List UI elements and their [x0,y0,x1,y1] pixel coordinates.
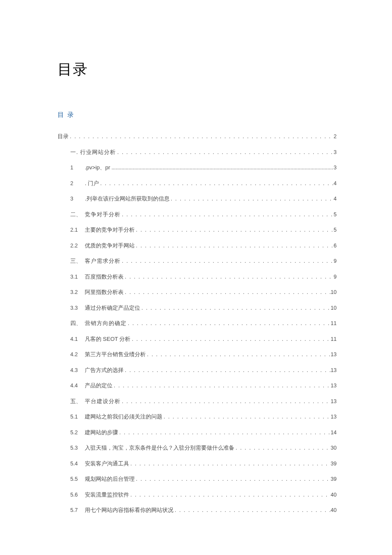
toc-entry: 4.1凡客的 SEOT 分析. . . . . . . . . . . . . … [70,335,337,343]
toc-entry-text: 安装客户沟通工具 [85,460,129,468]
toc-leader-dots: ........................................… [110,164,334,171]
toc-entry-page: 14 [331,429,337,437]
toc-entry-page: 3 [334,149,337,157]
toc-entry-number: 5.3 [70,445,85,452]
toc-entry-text: 百度指数分析表 [85,273,124,281]
toc-entry: 5.7用七个网站内容指标看你的网站状况. . . . . . . . . . .… [70,506,337,514]
toc-entry-text: 规划网站的后台管理 [85,475,135,483]
toc-entry-number: 四、 [70,320,85,328]
toc-leader-dots: . . . . . . . . . . . . . . . . . . . . … [121,258,334,265]
toc-entry-text: 竞争对手分析 [85,211,121,218]
toc-leader-dots: . . . . . . . . . . . . . . . . . . . . … [69,133,334,140]
toc-entry-text: 客户需求分析 [85,257,121,265]
page-title: 目录 [58,60,337,79]
toc-entry-text: 凡客的 SEOT 分析 [85,335,130,343]
toc-entry-text: 建网站之前我们必须关注的问题 [85,413,162,421]
toc-entry-number: 5.4 [70,460,85,468]
toc-entry-page: 13 [331,367,337,375]
toc-entry-number: 5.6 [70,491,85,499]
toc-leader-dots: . . . . . . . . . . . . . . . . . . . . … [162,413,331,421]
toc-entry: 4.2第三方平台销售业绩分析. . . . . . . . . . . . . … [70,351,337,359]
toc-entry-number: 3.2 [70,289,85,296]
toc-entry: 4.3广告方式的选择. . . . . . . . . . . . . . . … [70,366,337,375]
toc-entry-number: 二、 [70,211,85,219]
toc-entry: 2. 门户. . . . . . . . . . . . . . . . . .… [70,180,337,188]
toc-entry-text: 安装流量监控软件 [85,491,129,499]
toc-entry: 三、客户需求分析. . . . . . . . . . . . . . . . … [70,257,337,265]
toc-entry: 2.1主要的竞争对手分析. . . . . . . . . . . . . . … [70,226,337,234]
toc-leader-dots: . . . . . . . . . . . . . . . . . . . . … [146,351,331,358]
toc-entry-number: 2.2 [70,242,85,250]
toc-entry-text: .列举在该行业网站所获取到的信息 [85,195,170,203]
toc-entry-text: 产品的定位 [85,382,112,389]
toc-entry-number: 3.1 [70,273,85,281]
toc-entry: 四、营销方向的确定. . . . . . . . . . . . . . . .… [70,320,337,328]
toc-entry: 目录. . . . . . . . . . . . . . . . . . . … [58,133,337,141]
toc-entry-page: 39 [331,460,337,468]
toc-leader-dots: . . . . . . . . . . . . . . . . . . . . … [121,211,334,218]
toc-leader-dots: . . . . . . . . . . . . . . . . . . . . … [130,336,331,343]
toc-entry: 1.pv>ip、pr..............................… [70,164,337,172]
toc-entry-number: 五、 [70,398,85,406]
toc-entry-page: 30 [331,445,337,452]
toc-entry-number: 2.1 [70,227,85,234]
toc-entry: 3.列举在该行业网站所获取到的信息. . . . . . . . . . . .… [70,195,337,203]
toc-leader-dots: . . . . . . . . . . . . . . . . . . . . … [121,398,331,405]
toc-entry: 4.4产品的定位. . . . . . . . . . . . . . . . … [70,382,337,390]
toc-leader-dots: . . . . . . . . . . . . . . . . . . . . … [140,305,331,312]
toc-entry-text: 优质的竞争对手网站 [85,242,135,250]
toc-entry-text: 广告方式的选择 [85,366,124,374]
toc-entry-number: 5.1 [70,413,85,421]
toc-entry-page: 13 [331,351,337,359]
toc-entry: 3.3通过分析确定产品定位. . . . . . . . . . . . . .… [70,304,337,312]
toc-entry-text: 平台建设分析 [85,398,121,405]
toc-entry-number: 4.2 [70,351,85,359]
toc-entry-page: 4 [334,195,337,203]
toc-entry-page: 2 [334,133,337,141]
toc-entry-text: 营销方向的确定 [85,320,127,327]
toc-entry: 5.3入驻天猫，淘宝，京东条件是什么？入驻分别需要做什么准备. . . . . … [70,444,337,452]
toc-leader-dots: . . . . . . . . . . . . . . . . . . . . … [99,180,334,187]
toc-entry-page: 6 [334,242,337,250]
toc-leader-dots: . . . . . . . . . . . . . . . . . . . . … [129,491,331,499]
toc-leader-dots: . . . . . . . . . . . . . . . . . . . . … [234,445,331,452]
toc-entry: 5.1建网站之前我们必须关注的问题. . . . . . . . . . . .… [70,413,337,421]
toc-entry-page: 5 [334,211,337,219]
toc-entry-page: 40 [331,491,337,499]
toc-entry-text: 目录 [58,133,69,140]
toc-entry-text: 主要的竞争对手分析 [85,226,135,234]
toc-entry-page: 39 [331,476,337,483]
toc-entry-number: 4.3 [70,367,85,375]
toc-leader-dots: . . . . . . . . . . . . . . . . . . . . … [112,382,331,389]
toc-entry-text: 通过分析确定产品定位 [85,304,140,312]
toc-entry: 3.2阿里指数分析表. . . . . . . . . . . . . . . … [70,288,337,296]
toc-entry: 一. 行业网站分析. . . . . . . . . . . . . . . .… [70,148,337,157]
toc-list: 目录. . . . . . . . . . . . . . . . . . . … [58,133,337,514]
toc-leader-dots: . . . . . . . . . . . . . . . . . . . . … [170,195,334,203]
toc-leader-dots: . . . . . . . . . . . . . . . . . . . . … [135,476,331,483]
toc-entry-page: 5 [334,227,337,234]
toc-entry-number: 三、 [70,258,85,265]
toc-entry-text: 用七个网站内容指标看你的网站状况 [85,506,173,514]
toc-entry-page: 10 [331,305,337,312]
toc-entry-page: 10 [331,289,337,296]
toc-leader-dots: . . . . . . . . . . . . . . . . . . . . … [129,460,331,468]
toc-entry-text: 阿里指数分析表 [85,288,124,296]
toc-leader-dots: . . . . . . . . . . . . . . . . . . . . … [118,429,331,436]
toc-entry-number: 5.2 [70,429,85,437]
toc-entry-page: 3 [334,164,337,172]
toc-entry: 5.6安装流量监控软件. . . . . . . . . . . . . . .… [70,491,337,499]
toc-entry-number: 5.7 [70,507,85,514]
toc-entry-page: 4 [334,180,337,188]
toc-entry-number: 3 [70,195,85,203]
toc-leader-dots: . . . . . . . . . . . . . . . . . . . . … [135,227,334,234]
toc-entry-page: 11 [331,336,337,343]
toc-entry-number: 3.3 [70,305,85,312]
toc-entry-text: .pv>ip、pr [85,164,110,171]
toc-entry-page: 11 [331,320,337,328]
toc-entry: 3.1百度指数分析表. . . . . . . . . . . . . . . … [70,273,337,281]
toc-entry-text: . 门户 [85,180,99,187]
toc-entry-text: 入驻天猫，淘宝，京东条件是什么？入驻分别需要做什么准备 [85,444,234,452]
toc-entry-page: 13 [331,413,337,421]
toc-entry: 2.2优质的竞争对手网站. . . . . . . . . . . . . . … [70,242,337,250]
